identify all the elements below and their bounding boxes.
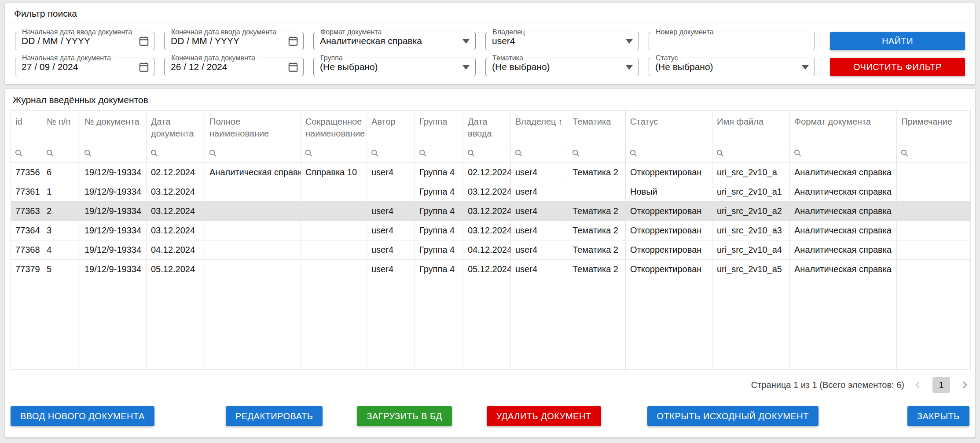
calendar-icon[interactable] — [138, 61, 150, 74]
clear-filter-button[interactable]: ОЧИСТИТЬ ФИЛЬТР — [830, 58, 965, 76]
table-cell: user4 — [511, 240, 568, 260]
end-entry-date-field[interactable]: Конечная дата ввода документа DD / MM / … — [164, 32, 304, 50]
column-header[interactable]: Дата документа — [147, 111, 205, 145]
table-cell — [301, 240, 367, 260]
column-header[interactable]: Примечание — [897, 111, 971, 145]
table-row[interactable]: 77361119/12/9-1933403.12.2024Группа 403.… — [11, 182, 971, 202]
column-header[interactable]: Автор — [367, 111, 415, 145]
column-header[interactable]: № документа — [80, 111, 147, 145]
column-filter-cell[interactable] — [790, 145, 897, 163]
column-header[interactable]: Формат документа — [790, 111, 897, 145]
column-header[interactable]: Имя файла — [712, 111, 790, 145]
empty-cell — [205, 279, 301, 370]
table-cell: 19/12/9-19334 — [80, 163, 147, 182]
table-cell: uri_src_2v10_a4 — [712, 240, 790, 260]
column-header-label: Примечание — [901, 117, 952, 126]
table-cell: 04.12.2024 — [147, 240, 205, 260]
column-header[interactable]: Владелец↑ — [511, 111, 568, 145]
search-icon — [209, 149, 217, 157]
filter-fields: Начальная дата ввода документа DD / MM /… — [5, 23, 975, 76]
table-cell: 5 — [42, 260, 80, 279]
calendar-icon[interactable] — [287, 35, 299, 48]
column-filter-cell[interactable] — [568, 145, 626, 163]
column-filter-cell[interactable] — [80, 145, 147, 163]
column-header[interactable]: Сокращенное наименование — [301, 111, 367, 145]
column-header[interactable]: id — [11, 111, 42, 145]
page-number-button[interactable]: 1 — [932, 377, 950, 393]
column-filter-cell[interactable] — [11, 145, 42, 163]
table-cell: 02.12.2024 — [147, 163, 205, 182]
column-header[interactable]: Статус — [626, 111, 712, 145]
table-row[interactable]: 77356619/12/9-1933402.12.2024Аналитическ… — [11, 163, 971, 182]
column-header[interactable]: Группа — [415, 111, 463, 145]
column-filter-cell[interactable] — [415, 145, 463, 163]
search-icon — [371, 149, 379, 157]
column-header[interactable]: Тематика — [568, 111, 626, 145]
column-header-label: № п/п — [47, 117, 70, 126]
empty-cell — [301, 279, 367, 370]
table-cell — [897, 202, 971, 221]
column-filter-cell[interactable] — [301, 145, 367, 163]
table-cell: Тематика 2 — [568, 221, 626, 240]
column-filter-cell[interactable] — [205, 145, 301, 163]
filter-panel-title: Фильтр поиска — [14, 8, 966, 19]
edit-button[interactable]: РЕДАКТИРОВАТЬ — [226, 406, 323, 426]
document-format-select[interactable]: Формат документа Аналитическая справка — [313, 32, 476, 50]
column-header[interactable]: Полное наименование — [205, 111, 301, 145]
field-label: Статус — [653, 54, 680, 62]
empty-cell — [790, 279, 897, 370]
table-cell: user4 — [511, 182, 568, 202]
end-doc-date-field[interactable]: Конечная дата документа 26 / 12 / 2024 — [164, 58, 304, 76]
column-filter-cell[interactable] — [367, 145, 415, 163]
column-filter-cell[interactable] — [511, 145, 568, 163]
table-cell: Новый — [626, 182, 712, 202]
column-filter-cell[interactable] — [712, 145, 790, 163]
table-cell: 03.12.2024 — [463, 202, 511, 221]
open-source-document-button[interactable]: ОТКРЫТЬ ИСХОДНЫЙ ДОКУМЕНТ — [647, 406, 819, 426]
calendar-icon[interactable] — [138, 35, 150, 48]
table-cell: 03.12.2024 — [147, 202, 205, 221]
column-filter-cell[interactable] — [897, 145, 971, 163]
delete-document-button[interactable]: УДАЛИТЬ ДОКУМЕНТ — [487, 406, 601, 426]
table-row[interactable]: 77368419/12/9-1933404.12.2024user4Группа… — [11, 240, 971, 260]
table-cell — [897, 260, 971, 279]
search-icon — [15, 149, 23, 157]
table-row[interactable]: 77379519/12/9-1933405.12.2024user4Группа… — [11, 260, 971, 279]
column-filter-cell[interactable] — [42, 145, 80, 163]
calendar-icon[interactable] — [287, 61, 299, 74]
table-cell — [568, 182, 626, 202]
chevron-down-icon — [802, 65, 809, 70]
start-entry-date-field[interactable]: Начальная дата ввода документа DD / MM /… — [15, 32, 154, 50]
chevron-left-icon[interactable] — [913, 380, 924, 390]
table-cell: Аналитическая справка — [790, 182, 897, 202]
table-cell — [301, 221, 367, 240]
column-header-label: Полное наименование — [209, 117, 269, 138]
status-select[interactable]: Статус (Не выбрано) — [649, 58, 815, 76]
close-button[interactable]: ЗАКРЫТЬ — [907, 406, 969, 426]
field-label: Номер документа — [653, 28, 716, 36]
load-to-db-button[interactable]: ЗАГРУЗИТЬ В БД — [357, 406, 451, 426]
table-row[interactable]: 77363219/12/9-1933403.12.2024user4Группа… — [11, 202, 971, 221]
document-number-input[interactable]: Номер документа — [649, 32, 815, 50]
new-document-button[interactable]: ВВОД НОВОГО ДОКУМЕНТА — [11, 406, 154, 426]
documents-journal-panel: Журнал введённых документов id№ п/п№ док… — [5, 89, 975, 438]
chevron-right-icon[interactable] — [959, 380, 969, 390]
column-filter-cell[interactable] — [463, 145, 511, 163]
start-doc-date-field[interactable]: Начальная дата документа 27 / 09 / 2024 — [15, 58, 154, 76]
column-filter-cell[interactable] — [147, 145, 205, 163]
owner-select[interactable]: Владелец user4 — [485, 32, 639, 50]
empty-cell — [11, 279, 42, 370]
search-icon — [305, 149, 313, 157]
table-cell: uri_src_2v10_a5 — [712, 260, 790, 279]
table-cell: 6 — [42, 163, 80, 182]
find-button[interactable]: НАЙТИ — [830, 32, 965, 50]
group-select[interactable]: Группа (Не выбрано) — [313, 58, 476, 76]
filter-row-2: Начальная дата документа 27 / 09 / 2024 … — [15, 58, 965, 76]
column-filter-cell[interactable] — [626, 145, 712, 163]
column-header-label: Автор — [371, 117, 396, 126]
table-row[interactable]: 77364319/12/9-1933403.12.2024user4Группа… — [11, 221, 971, 240]
column-header[interactable]: № п/п — [42, 111, 80, 145]
column-header[interactable]: Дата ввода — [463, 111, 511, 145]
theme-select[interactable]: Тематика (Не выбрано) — [485, 58, 639, 76]
empty-cell — [415, 279, 463, 370]
